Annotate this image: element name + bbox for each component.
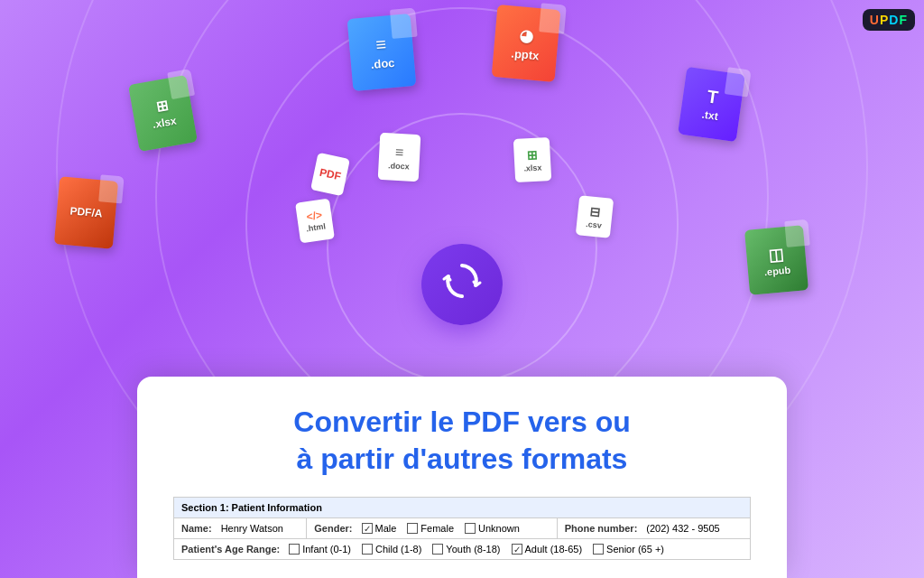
senior-label: Senior (65 +) (606, 544, 664, 555)
pptx-file-icon: ◕ .pptx (492, 5, 561, 82)
unknown-checkbox-item: Unknown (465, 523, 520, 534)
phone-label: Phone number: (565, 523, 638, 534)
logo-p: P (880, 13, 889, 27)
docx-small-icon: ≡ .docx (378, 133, 421, 182)
youth-checkbox (432, 544, 443, 555)
gender-label: Gender: (314, 523, 352, 534)
doc-file-icon: ≡ .doc (347, 14, 417, 91)
male-checkbox (362, 523, 373, 534)
unknown-checkbox (465, 523, 476, 534)
main-container: ≡ .doc ◕ .pptx ⊞ .xlsx T .txt ◫ .epub PD… (0, 0, 924, 578)
doc-label: .doc (370, 56, 395, 71)
youth-checkbox-item: Youth (8-18) (432, 544, 500, 555)
female-label: Female (420, 523, 454, 534)
xlsx-small-icon: ⊞ .xlsx (513, 137, 551, 182)
adult-label: Adult (18-65) (525, 544, 583, 555)
infant-label: Infant (0-1) (302, 544, 351, 555)
infant-checkbox (289, 544, 300, 555)
csv-small-icon: ⊟ .csv (576, 195, 614, 238)
youth-label: Youth (8-18) (446, 544, 500, 555)
convert-arrows-icon (439, 258, 485, 312)
title-line-1: Convertir le PDF vers ou (293, 406, 630, 438)
male-label: Male (375, 523, 397, 534)
child-checkbox (362, 544, 373, 555)
content-card: Convertir le PDF vers ou à partir d'autr… (137, 377, 787, 578)
html-small-icon: </> .html (295, 199, 335, 244)
updf-logo: UPDF (863, 9, 915, 31)
age-checkboxes: Infant (0-1) Child (1-8) Youth (8-18) (289, 544, 664, 555)
gender-cell: Gender: Male Female (307, 518, 557, 539)
csv-small-label: .csv (586, 219, 602, 230)
updf-logo-container: UPDF (863, 9, 915, 31)
senior-checkbox-item: Senior (65 +) (593, 544, 664, 555)
txt-file-icon: T .txt (678, 67, 745, 142)
child-label: Child (1-8) (375, 544, 421, 555)
title-line-2: à partir d'autres formats (297, 443, 628, 475)
epub-label: .epub (763, 264, 790, 277)
infant-checkbox-item: Infant (0-1) (289, 544, 351, 555)
male-checkbox-item: Male (362, 523, 397, 534)
logo-u: U (870, 13, 880, 27)
gender-checkboxes: Male Female Unknown (362, 523, 520, 534)
pdf-small-icon: PDF (310, 153, 350, 197)
patient-form-table: Section 1: Patient Information Name: Hen… (173, 497, 751, 560)
page-title: Convertir le PDF vers ou à partir d'autr… (173, 404, 751, 479)
phone-cell: Phone number: (202) 432 - 9505 (557, 518, 750, 539)
name-label: Name: (181, 523, 212, 534)
logo-f: F (899, 13, 908, 27)
table-row: Patient's Age Range: Infant (0-1) Child … (174, 539, 751, 560)
unknown-label: Unknown (478, 523, 520, 534)
female-checkbox (407, 523, 418, 534)
table-row: Name: Henry Watson Gender: Male (174, 518, 751, 539)
phone-value: (202) 432 - 9505 (646, 523, 719, 534)
senior-checkbox (593, 544, 604, 555)
adult-checkbox-item: Adult (18-65) (512, 544, 583, 555)
pptx-label: .pptx (511, 46, 540, 62)
xlsx-file-icon: ⊞ .xlsx (128, 75, 198, 152)
name-cell: Name: Henry Watson (174, 518, 307, 539)
txt-label: .txt (701, 108, 719, 123)
adult-checkbox (512, 544, 522, 555)
docx-small-label: .docx (388, 161, 410, 171)
epub-file-icon: ◫ .epub (744, 225, 808, 294)
html-small-label: .html (306, 221, 327, 233)
name-value: Henry Watson (221, 523, 283, 534)
pdfa-file-icon: PDF/A (54, 176, 118, 248)
female-checkbox-item: Female (407, 523, 454, 534)
age-range-label: Patient's Age Range: (181, 544, 280, 555)
convert-center-button[interactable] (421, 244, 503, 325)
xlsx-label: .xlsx (152, 115, 178, 131)
child-checkbox-item: Child (1-8) (362, 544, 421, 555)
logo-d: D (889, 13, 899, 27)
age-range-cell: Patient's Age Range: Infant (0-1) Child … (174, 539, 751, 560)
xlsx-small-label: .xlsx (523, 163, 542, 172)
form-section-header: Section 1: Patient Information (174, 498, 751, 518)
